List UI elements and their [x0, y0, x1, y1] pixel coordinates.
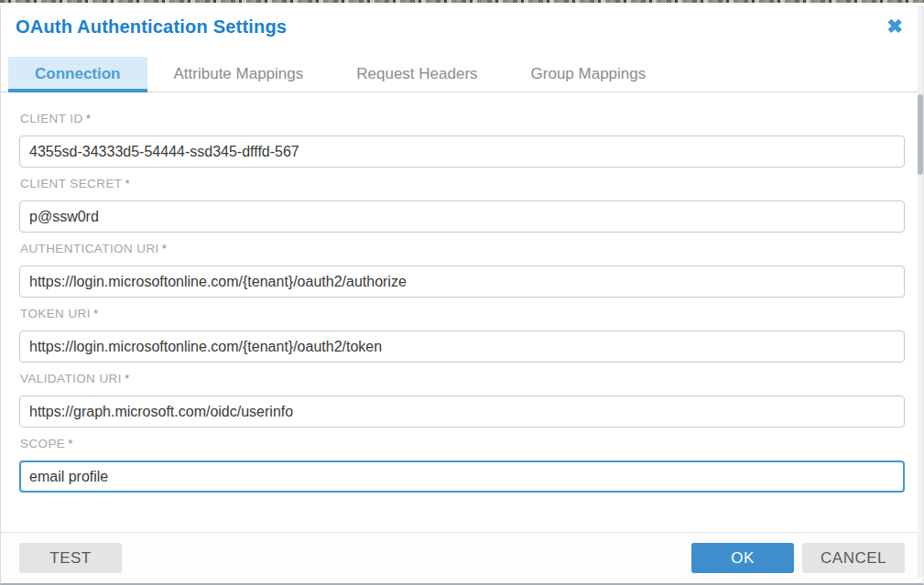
ok-button[interactable]: OK — [691, 543, 794, 573]
close-button[interactable]: ✖ — [883, 15, 907, 38]
field-label: TOKEN URI — [20, 307, 91, 320]
required-asterisk: * — [93, 307, 99, 320]
client-id-input[interactable] — [19, 135, 905, 168]
required-asterisk: * — [162, 242, 168, 255]
tab-connection[interactable]: Connection — [8, 57, 147, 92]
field-label: SCOPE — [20, 437, 65, 450]
field-scope: SCOPE* — [19, 437, 905, 493]
token-uri-input[interactable] — [19, 330, 905, 363]
page-title: OAuth Authentication Settings — [16, 16, 287, 37]
tab-label: Attribute Mappings — [174, 65, 304, 83]
field-client-secret: CLIENT SECRET* — [19, 177, 905, 233]
dialog-footer: TEST OK CANCEL — [1, 532, 923, 583]
field-label: CLIENT SECRET — [20, 177, 122, 190]
oauth-settings-dialog: OAuth Authentication Settings ✖ Connecti… — [0, 3, 924, 585]
field-validation-uri: VALIDATION URI* — [19, 372, 905, 428]
test-button[interactable]: TEST — [19, 543, 122, 573]
field-token-uri: TOKEN URI* — [19, 307, 905, 363]
tab-attribute-mappings[interactable]: Attribute Mappings — [147, 57, 331, 92]
required-asterisk: * — [86, 112, 92, 125]
tab-label: Connection — [35, 65, 121, 83]
field-authentication-uri: AUTHENTICATION URI* — [19, 242, 905, 298]
required-asterisk: * — [125, 372, 130, 385]
scrollbar-thumb[interactable] — [918, 94, 923, 175]
required-asterisk: * — [68, 437, 73, 450]
client-secret-input[interactable] — [19, 200, 905, 233]
scrollbar-track[interactable] — [918, 5, 923, 578]
connection-form: CLIENT ID* CLIENT SECRET* AUTHENTICATION… — [1, 92, 923, 493]
tab-bar: Connection Attribute Mappings Request He… — [1, 57, 923, 92]
close-icon: ✖ — [886, 16, 903, 37]
tab-group-mappings[interactable]: Group Mappings — [505, 57, 673, 92]
authentication-uri-input[interactable] — [19, 265, 905, 298]
field-label: AUTHENTICATION URI — [20, 242, 159, 255]
field-client-id: CLIENT ID* — [19, 112, 905, 168]
field-label: CLIENT ID — [20, 112, 83, 125]
required-asterisk: * — [125, 177, 130, 190]
cancel-button[interactable]: CANCEL — [802, 543, 905, 573]
tab-label: Request Headers — [356, 65, 477, 83]
scope-input[interactable] — [19, 460, 905, 493]
tab-request-headers[interactable]: Request Headers — [330, 57, 504, 92]
validation-uri-input[interactable] — [19, 395, 905, 428]
dialog-header: OAuth Authentication Settings ✖ — [1, 3, 923, 57]
tab-label: Group Mappings — [531, 65, 647, 83]
field-label: VALIDATION URI — [20, 372, 122, 385]
